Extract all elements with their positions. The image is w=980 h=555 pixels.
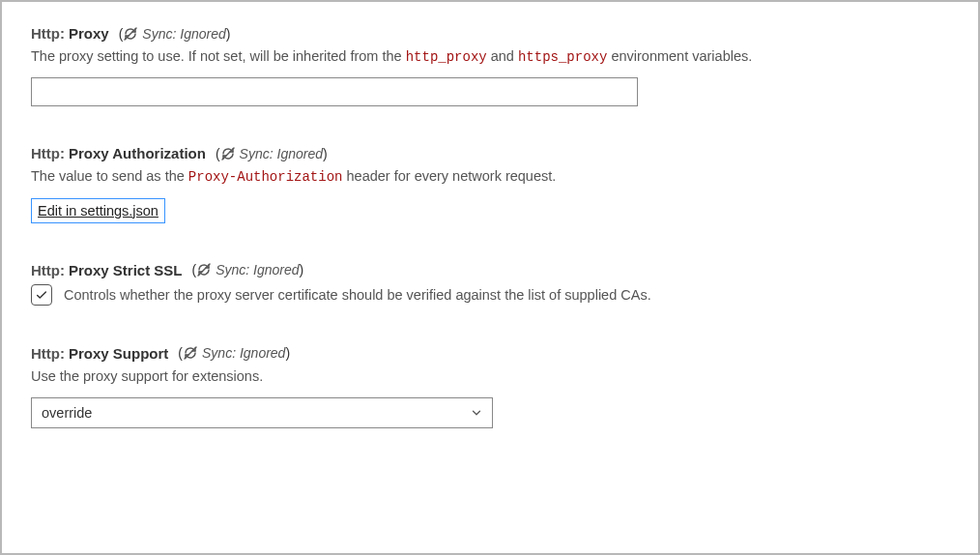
setting-title: Proxy Strict SSL xyxy=(69,262,183,278)
setting-http-proxy-strict-ssl: Http: Proxy Strict SSL ( Sync: Ignored ) xyxy=(31,262,949,307)
sync-ignored-badge: ( Sync: Ignored ) xyxy=(192,262,304,278)
sync-text: Sync: Ignored xyxy=(202,345,285,361)
svg-line-1 xyxy=(222,148,234,160)
sync-ignored-icon xyxy=(196,262,212,278)
setting-description: Use the proxy support for extensions. xyxy=(31,365,949,388)
checkmark-icon xyxy=(35,288,48,302)
setting-description: The proxy setting to use. If not set, wi… xyxy=(31,45,949,68)
proxy-strict-ssl-checkbox[interactable] xyxy=(31,284,52,306)
setting-header: Http: Proxy Support ( Sync: Ignored ) xyxy=(31,345,949,362)
paren-close: ) xyxy=(323,146,328,161)
setting-description: The value to send as the Proxy-Authoriza… xyxy=(31,165,949,188)
setting-category: Http: xyxy=(31,145,65,161)
setting-http-proxy-support: Http: Proxy Support ( Sync: Ignored ) Us… xyxy=(31,345,949,428)
setting-title: Proxy xyxy=(69,25,109,42)
edit-in-settings-json-link[interactable]: Edit in settings.json xyxy=(31,198,165,223)
sync-ignored-icon xyxy=(123,26,138,42)
setting-category: Http: xyxy=(31,345,65,362)
setting-header: Http: Proxy Strict SSL ( Sync: Ignored ) xyxy=(31,262,949,278)
sync-text: Sync: Ignored xyxy=(142,26,225,42)
setting-title: Proxy Support xyxy=(69,345,168,362)
setting-header: Http: Proxy ( Sync: Ignored ) xyxy=(31,25,949,42)
proxy-support-select-wrapper: override xyxy=(31,397,493,428)
setting-title: Proxy Authorization xyxy=(69,145,206,161)
code-literal: https_proxy xyxy=(518,49,607,65)
svg-line-3 xyxy=(185,347,196,359)
code-literal: http_proxy xyxy=(406,49,487,65)
sync-ignored-badge: ( Sync: Ignored ) xyxy=(216,146,328,161)
paren-close: ) xyxy=(285,345,290,361)
setting-http-proxy: Http: Proxy ( Sync: Ignored ) The proxy … xyxy=(31,25,949,106)
svg-line-0 xyxy=(125,28,136,40)
sync-text: Sync: Ignored xyxy=(216,262,299,278)
sync-text: Sync: Ignored xyxy=(240,146,323,161)
setting-category: Http: xyxy=(31,262,65,278)
settings-panel: Http: Proxy ( Sync: Ignored ) The proxy … xyxy=(0,0,980,555)
setting-description: Controls whether the proxy server certif… xyxy=(64,284,651,307)
proxy-input[interactable] xyxy=(31,77,638,106)
svg-line-2 xyxy=(198,264,210,276)
sync-ignored-badge: ( Sync: Ignored ) xyxy=(119,26,231,42)
sync-ignored-icon xyxy=(183,345,198,361)
paren-close: ) xyxy=(300,262,304,278)
sync-ignored-badge: ( Sync: Ignored ) xyxy=(178,345,290,361)
setting-header: Http: Proxy Authorization ( Sync: Ignore… xyxy=(31,145,949,161)
sync-ignored-icon xyxy=(220,146,236,161)
setting-category: Http: xyxy=(31,25,65,42)
paren-close: ) xyxy=(226,26,231,42)
proxy-support-select[interactable]: override xyxy=(31,397,493,428)
code-literal: Proxy-Authorization xyxy=(188,169,343,185)
setting-http-proxy-authorization: Http: Proxy Authorization ( Sync: Ignore… xyxy=(31,145,949,222)
checkbox-row: Controls whether the proxy server certif… xyxy=(31,284,949,307)
